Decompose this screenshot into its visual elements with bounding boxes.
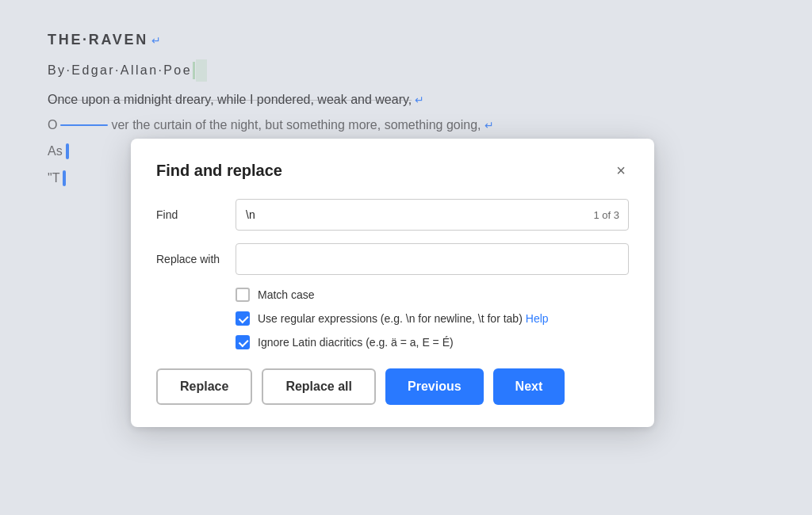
find-label: Find xyxy=(156,208,236,221)
replace-all-button[interactable]: Replace all xyxy=(262,368,376,405)
find-replace-dialog: Find and replace × Find 1 of 3 Replace w… xyxy=(131,139,654,427)
match-case-checkbox[interactable] xyxy=(236,288,250,302)
find-row: Find 1 of 3 xyxy=(156,199,629,231)
use-regex-checkbox[interactable] xyxy=(236,311,250,326)
regex-help-link[interactable]: Help xyxy=(526,312,549,325)
options-area: Match case Use regular expressions (e.g.… xyxy=(236,288,629,349)
replace-row: Replace with xyxy=(156,243,629,275)
find-input[interactable] xyxy=(236,199,629,231)
match-case-label: Match case xyxy=(258,288,315,301)
option-row-regex: Use regular expressions (e.g. \n for new… xyxy=(236,311,629,326)
option-row-match-case: Match case xyxy=(236,288,629,302)
ignore-diacritics-label: Ignore Latin diacritics (e.g. ä = a, E =… xyxy=(258,336,454,349)
replace-button[interactable]: Replace xyxy=(156,368,252,405)
dialog-header: Find and replace × xyxy=(156,161,629,180)
previous-button[interactable]: Previous xyxy=(385,368,484,405)
replace-input[interactable] xyxy=(236,243,629,275)
ignore-diacritics-checkbox[interactable] xyxy=(236,335,250,349)
dialog-title: Find and replace xyxy=(156,162,282,180)
use-regex-label: Use regular expressions (e.g. \n for new… xyxy=(258,312,523,325)
find-input-wrapper: 1 of 3 xyxy=(236,199,629,231)
button-row: Replace Replace all Previous Next xyxy=(156,368,629,405)
close-button[interactable]: × xyxy=(613,161,629,180)
replace-label: Replace with xyxy=(156,253,236,265)
next-button[interactable]: Next xyxy=(493,368,565,405)
option-row-diacritics: Ignore Latin diacritics (e.g. ä = a, E =… xyxy=(236,335,629,349)
